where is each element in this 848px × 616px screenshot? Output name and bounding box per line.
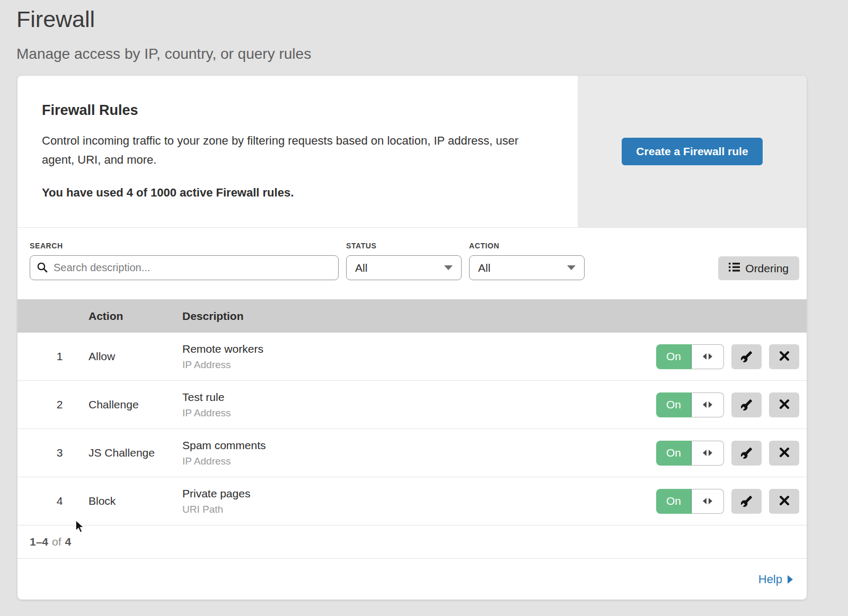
triangle-right-icon — [709, 353, 712, 360]
search-label: SEARCH — [30, 242, 339, 250]
delete-rule-button[interactable] — [769, 489, 799, 514]
help-link-label: Help — [758, 573, 782, 586]
chevron-down-icon — [444, 265, 453, 270]
rule-match-type: IP Address — [182, 456, 656, 467]
wrench-icon — [740, 351, 753, 363]
rule-description-cell: Spam comments IP Address — [182, 439, 656, 467]
status-select[interactable]: All — [346, 255, 462, 280]
search-input[interactable] — [30, 255, 339, 280]
rule-action: JS Challenge — [89, 447, 182, 459]
pagination-total: 4 — [65, 535, 72, 548]
help-row: Help — [17, 559, 807, 600]
page-title: Firewall — [16, 5, 848, 34]
rule-description: Remote workers — [182, 343, 656, 355]
table-row: 1 Allow Remote workers IP Address On — [17, 333, 807, 381]
rule-description: Test rule — [182, 391, 656, 404]
rule-match-type: IP Address — [182, 359, 656, 371]
delete-rule-button[interactable] — [769, 392, 799, 417]
rule-description: Spam comments — [182, 439, 656, 452]
main-card: Firewall Rules Control incoming traffic … — [17, 76, 807, 600]
rule-description: Private pages — [182, 487, 656, 500]
info-panel: Firewall Rules Control incoming traffic … — [17, 76, 578, 227]
wrench-icon — [740, 447, 753, 459]
description-column-header: Description — [182, 310, 799, 323]
toggle-handle[interactable] — [691, 441, 724, 466]
help-link[interactable]: Help — [758, 573, 793, 586]
rule-controls: On — [656, 344, 799, 369]
toggle-handle[interactable] — [691, 392, 724, 417]
table-row: 4 Block Private pages URI Path On — [17, 477, 807, 525]
info-usage-note: You have used 4 of 1000 active Firewall … — [42, 186, 546, 200]
ordering-button[interactable]: Ordering — [718, 256, 799, 280]
search-filter-group: SEARCH — [30, 242, 339, 299]
wrench-icon — [740, 495, 753, 507]
table-row: 2 Challenge Test rule IP Address On — [17, 381, 807, 429]
ordering-button-label: Ordering — [745, 262, 789, 275]
status-select-value: All — [355, 262, 367, 274]
cta-panel: Create a Firewall rule — [578, 76, 807, 227]
search-box — [30, 255, 339, 280]
rule-match-type: IP Address — [182, 407, 656, 419]
close-icon — [779, 399, 790, 411]
status-filter-group: STATUS All — [346, 242, 462, 299]
table-row: 3 JS Challenge Spam comments IP Address … — [17, 429, 807, 477]
rule-enabled-toggle[interactable]: On — [656, 441, 724, 466]
table-header: Action Description — [17, 299, 807, 333]
delete-rule-button[interactable] — [769, 344, 799, 369]
status-label: STATUS — [346, 242, 462, 250]
info-heading: Firewall Rules — [42, 102, 546, 119]
toggle-on-label: On — [656, 344, 691, 369]
rule-description-cell: Private pages URI Path — [182, 487, 656, 515]
delete-rule-button[interactable] — [769, 441, 799, 466]
create-firewall-rule-button[interactable]: Create a Firewall rule — [622, 138, 762, 165]
close-icon — [779, 495, 790, 507]
toggle-on-label: On — [656, 392, 691, 417]
rule-priority: 2 — [17, 398, 89, 411]
rule-controls: On — [656, 392, 799, 417]
rule-enabled-toggle[interactable]: On — [656, 392, 724, 417]
triangle-right-icon — [709, 450, 712, 456]
edit-rule-button[interactable] — [731, 441, 762, 466]
toggle-on-label: On — [656, 441, 691, 466]
triangle-left-icon — [703, 401, 706, 408]
action-select[interactable]: All — [469, 255, 585, 280]
edit-rule-button[interactable] — [731, 344, 762, 369]
info-section: Firewall Rules Control incoming traffic … — [17, 76, 807, 228]
chevron-down-icon — [567, 265, 576, 270]
rule-action: Block — [89, 495, 182, 507]
triangle-left-icon — [703, 353, 706, 360]
triangle-left-icon — [703, 498, 706, 504]
toggle-on-label: On — [656, 489, 691, 514]
rule-controls: On — [656, 441, 799, 466]
search-icon — [37, 262, 48, 273]
edit-rule-button[interactable] — [731, 489, 762, 514]
action-column-header: Action — [89, 310, 182, 323]
toggle-handle[interactable] — [691, 489, 724, 514]
triangle-right-icon — [709, 498, 712, 504]
rule-enabled-toggle[interactable]: On — [656, 489, 724, 514]
rule-priority: 1 — [17, 350, 89, 363]
filter-bar: SEARCH STATUS All ACTION All — [17, 228, 807, 299]
action-filter-group: ACTION All — [469, 242, 585, 299]
rule-priority: 4 — [17, 495, 89, 507]
rule-match-type: URI Path — [182, 504, 656, 515]
rule-enabled-toggle[interactable]: On — [656, 344, 724, 369]
action-label: ACTION — [469, 242, 585, 250]
pagination-range: 1–4 — [30, 535, 48, 548]
info-description: Control incoming traffic to your zone by… — [42, 131, 545, 169]
rule-description-cell: Test rule IP Address — [182, 391, 656, 419]
close-icon — [779, 351, 790, 363]
page-subtitle: Manage access by IP, country, or query r… — [16, 46, 848, 63]
toggle-handle[interactable] — [691, 344, 724, 369]
close-icon — [779, 447, 790, 459]
page-header: Firewall Manage access by IP, country, o… — [0, 0, 848, 76]
action-select-value: All — [478, 262, 490, 274]
edit-rule-button[interactable] — [731, 392, 762, 417]
pagination: 1–4 of 4 — [17, 525, 807, 559]
rule-action: Allow — [89, 350, 182, 363]
rule-action: Challenge — [89, 398, 182, 411]
pagination-of: of — [52, 535, 61, 548]
list-ordering-icon — [729, 262, 740, 275]
rule-priority: 3 — [17, 447, 89, 459]
arrow-right-icon — [788, 575, 793, 584]
